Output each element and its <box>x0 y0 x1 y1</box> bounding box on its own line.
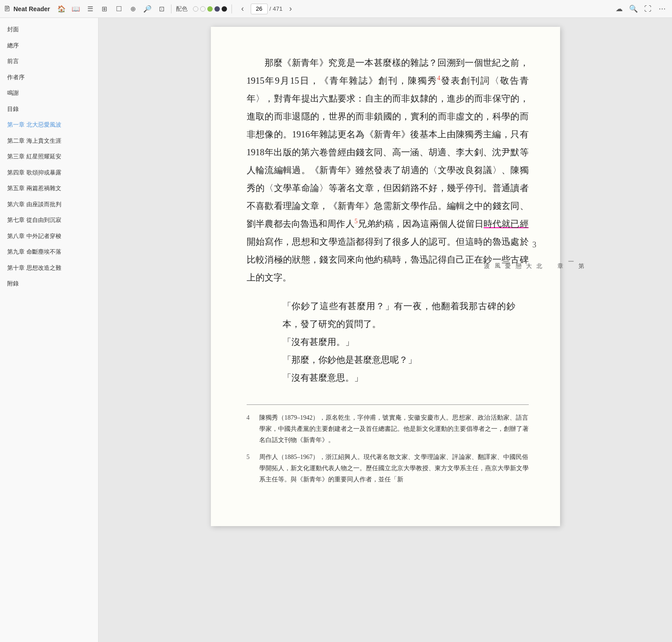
sidebar-item-ch10[interactable]: 第十章 思想改造之難 <box>0 260 98 276</box>
footnote-area: 4 陳獨秀（1879–1942），原名乾生，字仲甫，號實庵，安徽安慶市人。思想家… <box>247 404 529 485</box>
sidebar-item-ch3[interactable]: 第三章 紅星照耀延安 <box>0 149 98 165</box>
footnote-4: 4 陳獨秀（1879–1942），原名乾生，字仲甫，號實庵，安徽安慶市人。思想家… <box>247 412 529 446</box>
color-label: 配色 <box>176 5 188 13</box>
search-btn[interactable]: 🔍 <box>627 3 640 15</box>
color-dot-black[interactable] <box>222 6 227 12</box>
sidebar-item-author-preface[interactable]: 作者序 <box>0 69 98 85</box>
settings-btn[interactable]: ⋯ <box>656 3 668 15</box>
quote-2: 「沒有甚麼用。」 <box>282 333 515 351</box>
sidebar-item-ch4[interactable]: 第四章 歌頌抑或暴露 <box>0 165 98 181</box>
grid-btn[interactable]: ⊞ <box>98 3 111 15</box>
sidebar-item-appendix[interactable]: 附錄 <box>0 276 98 292</box>
sidebar-item-ch1[interactable]: 第一章 北大惡愛風波 <box>0 117 98 133</box>
sidebar-item-acknowledgement[interactable]: 鳴謝 <box>0 85 98 101</box>
footnote-4-text: 陳獨秀（1879–1942），原名乾生，字仲甫，號實庵，安徽安慶市人。思想家、政… <box>259 412 529 446</box>
app-icon: 🖹 <box>4 5 11 13</box>
color-dot-cream[interactable] <box>200 6 205 12</box>
color-dot-green[interactable] <box>207 6 213 12</box>
quote-4: 「沒有甚麼意思。」 <box>282 369 515 387</box>
cloud-btn[interactable]: ☁ <box>613 3 625 15</box>
footnote-5-num: 5 <box>247 451 256 485</box>
menu-btn[interactable]: ☰ <box>84 3 97 15</box>
page-prev-btn[interactable]: ‹ <box>236 3 249 15</box>
page-number-display: 3 <box>532 237 536 253</box>
quote-1: 「你鈔了這些有甚麼用？」有一夜，他翻着我那古碑的鈔本，發了研究的質問了。 <box>282 297 515 333</box>
sep1 <box>171 4 171 13</box>
page-navigation: ‹ / 471 › <box>236 3 297 15</box>
color-picker <box>193 6 227 12</box>
quote-3: 「那麼，你鈔他是甚麼意思呢？」 <box>282 351 515 369</box>
sidebar-item-ch7[interactable]: 第七章 從自由到沉寂 <box>0 212 98 228</box>
color-dot-white[interactable] <box>193 6 198 12</box>
total-pages: 471 <box>273 5 282 12</box>
toolbar: 🖹 Neat Reader 🏠 📖 ☰ ⊞ ☐ ⊕ 🔎 ⊡ 配色 ‹ / 471… <box>0 0 672 18</box>
sidebar-item-preface[interactable]: 前言 <box>0 53 98 69</box>
book-page: 3 第一章北大戀愛風波 那麼《新青年》究竟是一本甚麼樣的雜誌？回溯到一個世紀之前… <box>211 27 560 526</box>
sidebar-item-ch9[interactable]: 第九章 命斷塵埃不落 <box>0 244 98 260</box>
color-dot-dark[interactable] <box>214 6 220 12</box>
main-layout: 封面 總序 前言 作者序 鳴謝 目錄 第一章 北大惡愛風波 第二章 海上賁文生涯… <box>0 18 672 642</box>
library-btn[interactable]: 🏠 <box>56 3 68 15</box>
content-area: 3 第一章北大戀愛風波 那麼《新青年》究竟是一本甚麼樣的雜誌？回溯到一個世紀之前… <box>98 18 672 642</box>
sidebar: 封面 總序 前言 作者序 鳴謝 目錄 第一章 北大惡愛風波 第二章 海上賁文生涯… <box>0 18 98 642</box>
fit-btn[interactable]: ⊡ <box>156 3 168 15</box>
sep2 <box>231 4 232 13</box>
page-next-btn[interactable]: › <box>284 3 297 15</box>
app-title: Neat Reader <box>13 5 50 13</box>
sidebar-item-ch8[interactable]: 第八章 中外記者穿梭 <box>0 228 98 244</box>
footnote-5: 5 周作人（1885–1967），浙江紹興人。現代著名散文家、文學理論家、評論家… <box>247 451 529 485</box>
page-btn[interactable]: ☐ <box>113 3 125 15</box>
page-number-input[interactable] <box>251 4 268 14</box>
reading-mode-btn[interactable]: 📖 <box>70 3 82 15</box>
sidebar-item-ch5[interactable]: 第五章 兩篇惹禍雜文 <box>0 180 98 196</box>
search-large-btn[interactable]: 🔎 <box>141 3 154 15</box>
right-page-info: 3 第一章北大戀愛風波 <box>482 237 587 258</box>
search-small-btn[interactable]: ⊕ <box>127 3 140 15</box>
sidebar-item-cover[interactable]: 封面 <box>0 21 98 38</box>
sidebar-item-toc[interactable]: 目錄 <box>0 101 98 117</box>
fullscreen-btn[interactable]: ⛶ <box>642 3 654 15</box>
page-separator: / <box>270 5 271 12</box>
sidebar-item-ch2[interactable]: 第二章 海上賁文生涯 <box>0 133 98 149</box>
sidebar-item-ch6[interactable]: 第六章 由座談而批判 <box>0 196 98 213</box>
footnote-4-num: 4 <box>247 412 256 446</box>
app-brand: 🖹 Neat Reader <box>4 5 50 13</box>
footnote-5-text: 周作人（1885–1967），浙江紹興人。現代著名散文家、文學理論家、評論家、翻… <box>259 451 529 485</box>
sidebar-item-general-preface[interactable]: 總序 <box>0 38 98 54</box>
